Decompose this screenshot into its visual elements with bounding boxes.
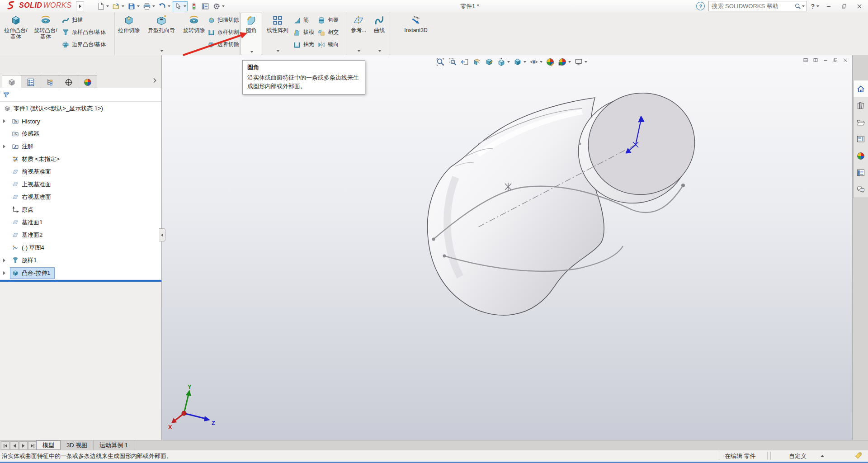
- open-document-button[interactable]: [111, 2, 125, 11]
- tab-3d-views[interactable]: 3D 视图: [61, 440, 94, 450]
- display-style-button[interactable]: [513, 57, 526, 66]
- settings-button[interactable]: [212, 2, 226, 11]
- expand-arrow-icon[interactable]: [3, 119, 5, 123]
- view-settings-button[interactable]: [574, 57, 587, 66]
- appearances-button[interactable]: [853, 147, 868, 165]
- selected-item-highlight[interactable]: 凸台-拉伸1: [10, 267, 55, 279]
- split-vertical-button[interactable]: [813, 57, 818, 63]
- tree-row-plane2[interactable]: 基准面2: [0, 229, 161, 241]
- annotation-view-button[interactable]: [485, 57, 494, 66]
- expand-arrow-icon[interactable]: [3, 145, 5, 148]
- doc-close-button[interactable]: [843, 57, 848, 63]
- rebuild-button[interactable]: [189, 2, 199, 11]
- close-button[interactable]: [854, 1, 865, 11]
- options-list-icon: [201, 2, 209, 10]
- previous-tab-button[interactable]: [10, 441, 19, 450]
- first-tab-button[interactable]: [1, 441, 9, 450]
- previous-view-button[interactable]: [460, 57, 469, 66]
- tab-display-manager[interactable]: [78, 75, 97, 89]
- boundary-boss-button[interactable]: 边界凸台/基体: [61, 38, 114, 51]
- menu-expander-button[interactable]: [76, 1, 84, 11]
- forum-button[interactable]: [853, 181, 868, 198]
- tree-root-row[interactable]: 零件1 (默认<<默认>_显示状态 1>): [0, 102, 161, 115]
- tree-row-right-plane[interactable]: 右视基准面: [0, 191, 161, 203]
- rib-button[interactable]: 筋: [293, 14, 316, 26]
- mirror-button[interactable]: 镜向: [317, 38, 345, 51]
- tab-model[interactable]: 模型: [36, 440, 61, 450]
- new-document-button[interactable]: [96, 2, 110, 11]
- wrap-button[interactable]: 包覆: [317, 14, 345, 26]
- tree-row-sensors[interactable]: 传感器: [0, 128, 161, 140]
- tree-row-sketch4[interactable]: (-) 草图4: [0, 241, 161, 254]
- view-palette-button[interactable]: [853, 131, 868, 148]
- sweep-boss-button[interactable]: 扫描: [61, 14, 114, 26]
- next-tab-button[interactable]: [19, 441, 28, 450]
- split-horizontal-button[interactable]: [803, 57, 808, 63]
- custom-caret-icon[interactable]: [821, 455, 824, 457]
- zoom-area-button[interactable]: [448, 57, 457, 66]
- tab-motion-study[interactable]: 运动算例 1: [94, 440, 134, 450]
- tree-filter-row[interactable]: [0, 88, 161, 102]
- draft-button[interactable]: 拔模: [293, 26, 316, 38]
- tab-configuration-manager[interactable]: [40, 75, 59, 89]
- apply-scene-button[interactable]: [558, 57, 571, 66]
- tree-row-annotations[interactable]: 注解: [0, 140, 161, 153]
- edit-appearance-button[interactable]: [546, 57, 555, 66]
- custom-properties-button[interactable]: [853, 164, 868, 181]
- shell-button[interactable]: 抽壳: [293, 38, 316, 51]
- loft-solid-body[interactable]: [427, 82, 705, 320]
- curves-button[interactable]: 曲线: [370, 13, 388, 54]
- tree-row-history[interactable]: History: [0, 115, 161, 128]
- tree-row-plane1[interactable]: 基准面1: [0, 216, 161, 229]
- graphics-viewport[interactable]: Y X Z: [161, 55, 853, 440]
- tree-row-material[interactable]: 材质 <未指定>: [0, 153, 161, 165]
- tree-row-front-plane[interactable]: 前视基准面: [0, 165, 161, 178]
- restore-button[interactable]: [838, 1, 850, 11]
- expand-arrow-icon[interactable]: [3, 271, 5, 275]
- options-list-button[interactable]: [200, 2, 210, 11]
- panel-splitter-handle[interactable]: [159, 228, 165, 241]
- design-library-button[interactable]: [853, 97, 868, 114]
- last-tab-button[interactable]: [28, 441, 37, 450]
- tree-row-boss-extrude1[interactable]: 凸台-拉伸1: [0, 267, 161, 279]
- lofted-boss-button[interactable]: 放样凸台/基体: [61, 26, 114, 38]
- expand-arrow-icon[interactable]: [3, 259, 5, 262]
- view-orientation-button[interactable]: [497, 57, 510, 66]
- search-caret-icon[interactable]: [802, 5, 805, 7]
- tag-icon[interactable]: [854, 452, 863, 460]
- file-explorer-button[interactable]: [853, 114, 868, 131]
- doc-restore-button[interactable]: [833, 57, 838, 63]
- reference-geometry-button[interactable]: 参考...: [348, 13, 369, 54]
- hole-wizard-button[interactable]: 异型孔向导: [143, 13, 179, 54]
- linear-pattern-button[interactable]: 线性阵列: [264, 13, 291, 54]
- extruded-cut-button[interactable]: 拉伸切除: [116, 13, 142, 54]
- panel-expand-button[interactable]: [151, 77, 158, 84]
- select-tool-button[interactable]: [173, 1, 188, 11]
- minimize-button[interactable]: [823, 1, 835, 11]
- print-button[interactable]: [142, 2, 156, 11]
- revolved-boss-button[interactable]: 旋转凸台/基体: [32, 13, 60, 54]
- help-circle-icon[interactable]: ?: [696, 2, 705, 10]
- zoom-fit-button[interactable]: [436, 57, 445, 66]
- section-view-button[interactable]: [472, 57, 481, 66]
- help-menu-button[interactable]: ?: [811, 3, 819, 10]
- home-tab-button[interactable]: [853, 80, 868, 98]
- swept-cut-button[interactable]: 扫描切除: [208, 14, 239, 26]
- custom-toolbar-label[interactable]: 自定义: [789, 452, 807, 460]
- doc-minimize-button[interactable]: [823, 57, 828, 63]
- intersect-button[interactable]: 相交: [317, 26, 345, 38]
- save-button[interactable]: [127, 2, 141, 11]
- tree-row-loft1[interactable]: 放样1: [0, 254, 161, 267]
- extruded-boss-button[interactable]: 拉伸凸台/基体: [2, 13, 30, 54]
- tree-row-top-plane[interactable]: 上视基准面: [0, 178, 161, 191]
- search-icon[interactable]: [794, 3, 802, 10]
- hide-show-items-button[interactable]: [529, 57, 542, 66]
- undo-button[interactable]: [157, 2, 171, 11]
- instant3d-button[interactable]: Instant3D: [393, 13, 439, 54]
- tab-property-manager[interactable]: [21, 75, 40, 89]
- model-canvas[interactable]: [162, 55, 853, 440]
- tab-feature-manager[interactable]: [2, 75, 21, 89]
- tree-row-origin[interactable]: 原点: [0, 203, 161, 216]
- search-input[interactable]: [711, 2, 794, 10]
- tab-dimxpert-manager[interactable]: [59, 75, 78, 89]
